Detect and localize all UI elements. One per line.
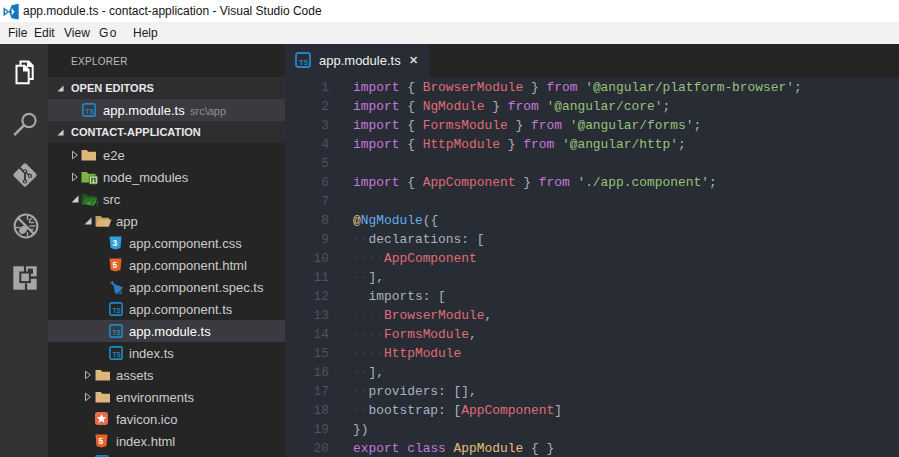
svg-text:5: 5 bbox=[98, 436, 103, 446]
svg-text:TS: TS bbox=[299, 58, 309, 67]
svg-text:TS: TS bbox=[113, 329, 122, 336]
svg-text:TS: TS bbox=[113, 351, 122, 358]
svg-text:TS: TS bbox=[113, 307, 122, 314]
svg-text:3: 3 bbox=[112, 238, 117, 248]
svg-text:ts: ts bbox=[116, 288, 122, 295]
svg-text:5: 5 bbox=[112, 260, 117, 270]
svg-text:</>: </> bbox=[87, 199, 98, 206]
svg-text:TS: TS bbox=[86, 108, 95, 115]
